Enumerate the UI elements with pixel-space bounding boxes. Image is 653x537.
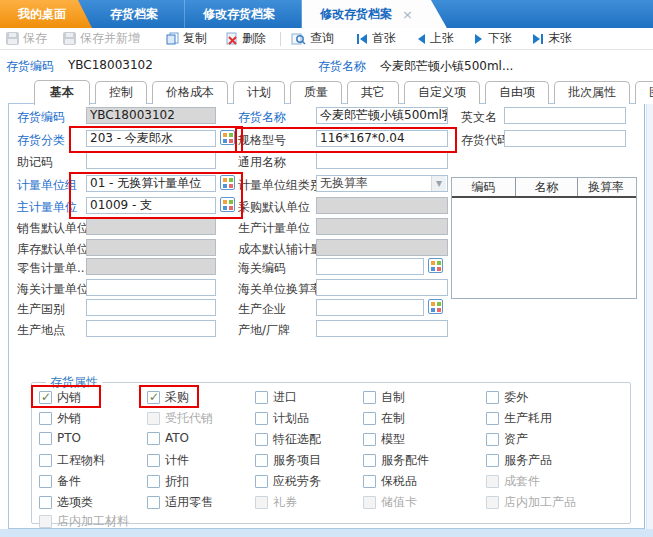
generic-name-input[interactable] bbox=[316, 152, 448, 169]
tab-plan[interactable]: 计划 bbox=[233, 81, 285, 104]
checkbox-icon[interactable] bbox=[255, 454, 268, 467]
mnemonic-input[interactable] bbox=[86, 152, 216, 169]
english-name-input[interactable] bbox=[504, 107, 626, 124]
production-country-input[interactable] bbox=[86, 299, 216, 316]
checkbox-retail-applicable[interactable]: 适用零售 bbox=[147, 494, 213, 511]
checkbox-option-class[interactable]: 选项类 bbox=[39, 494, 93, 511]
checkbox-spare-part[interactable]: 备件 bbox=[39, 473, 81, 490]
manufacturer-lookup-icon[interactable] bbox=[428, 299, 443, 314]
checkbox-self-made[interactable]: 自制 bbox=[363, 389, 405, 406]
checkbox-icon[interactable] bbox=[255, 391, 268, 404]
inventory-class-lookup-icon[interactable] bbox=[220, 130, 235, 145]
checkbox-icon[interactable] bbox=[255, 433, 268, 446]
unit-group-input[interactable]: 01 - 无换算计量单位 bbox=[86, 175, 216, 192]
production-place-input[interactable] bbox=[86, 320, 216, 337]
checkbox-icon[interactable] bbox=[147, 496, 160, 509]
customs-unit-input[interactable] bbox=[86, 279, 216, 296]
next-record-button[interactable]: 下张 bbox=[474, 30, 512, 47]
customs-conversion-input[interactable] bbox=[316, 279, 448, 296]
delete-button[interactable]: 删除 bbox=[225, 30, 266, 47]
checkbox-export-sale[interactable]: 外销 bbox=[39, 410, 81, 427]
checkbox-planned-item[interactable]: 计划品 bbox=[255, 410, 309, 427]
checkbox-icon[interactable] bbox=[39, 454, 52, 467]
prev-record-button[interactable]: 上张 bbox=[416, 30, 454, 47]
checkbox-icon[interactable] bbox=[255, 412, 268, 425]
checkbox-import[interactable]: 进口 bbox=[255, 389, 297, 406]
tab-my-desktop[interactable]: 我的桌面 bbox=[0, 0, 92, 28]
checkbox-icon[interactable] bbox=[39, 432, 52, 445]
checkbox-bonded-item[interactable]: 保税品 bbox=[363, 473, 417, 490]
tab-control[interactable]: 控制 bbox=[95, 81, 147, 104]
checkbox-model[interactable]: 模型 bbox=[363, 431, 405, 448]
tab-inventory-archive[interactable]: 存货档案 bbox=[92, 0, 185, 28]
spec-model-input[interactable]: 116*167*0.04 bbox=[316, 130, 448, 147]
copy-button[interactable]: 复制 bbox=[166, 30, 207, 47]
inventory-class-input[interactable]: 203 - 今麦郎水 bbox=[86, 130, 216, 147]
checkbox-icon[interactable] bbox=[363, 433, 376, 446]
checkbox-domestic-sale[interactable]: 内销 bbox=[39, 389, 81, 406]
main-unit-lookup-icon[interactable] bbox=[220, 197, 235, 212]
tab-picture[interactable]: 图片 bbox=[635, 81, 653, 104]
customs-code-lookup-icon[interactable] bbox=[428, 258, 443, 273]
origin-brand-label: 产地/厂牌 bbox=[238, 322, 290, 339]
inventory-name-input[interactable]: 今麦郎芒顿小镇500ml乳酸菌 bbox=[316, 107, 448, 124]
first-record-button[interactable]: 首张 bbox=[356, 30, 396, 47]
checkbox-icon[interactable] bbox=[39, 412, 52, 425]
tab-price-cost[interactable]: 价格成本 bbox=[152, 81, 228, 104]
main-unit-input[interactable]: 01009 - 支 bbox=[86, 197, 216, 214]
tab-custom-items[interactable]: 自定义项 bbox=[404, 81, 480, 104]
checkbox-icon[interactable] bbox=[363, 412, 376, 425]
tab-basic[interactable]: 基本 bbox=[34, 80, 90, 105]
last-record-button[interactable]: 末张 bbox=[532, 30, 572, 47]
query-button[interactable]: 查询 bbox=[291, 30, 334, 47]
checkbox-icon[interactable] bbox=[39, 475, 52, 488]
checkbox-pto[interactable]: PTO bbox=[39, 431, 81, 445]
checkbox-service-part[interactable]: 服务配件 bbox=[363, 452, 429, 469]
save-and-new-button[interactable]: 保存并新增 bbox=[63, 30, 140, 47]
checkbox-icon[interactable] bbox=[486, 391, 499, 404]
checkbox-production-consumed[interactable]: 生产耗用 bbox=[486, 410, 552, 427]
checkbox-icon[interactable] bbox=[147, 475, 160, 488]
unit-group-type-select[interactable]: 无换算率 bbox=[316, 175, 448, 192]
tab-other[interactable]: 其它 bbox=[347, 81, 399, 104]
tab-free-items[interactable]: 自由项 bbox=[485, 81, 549, 104]
manufacturer-input[interactable] bbox=[316, 299, 424, 316]
checkbox-icon[interactable] bbox=[39, 391, 52, 404]
checkbox-icon[interactable] bbox=[39, 496, 52, 509]
save-button[interactable]: 保存 bbox=[6, 30, 47, 47]
checkbox-service-product[interactable]: 服务产品 bbox=[486, 452, 552, 469]
checkbox-icon[interactable] bbox=[147, 454, 160, 467]
checkbox-discount[interactable]: 折扣 bbox=[147, 473, 189, 490]
checkbox-engineering-material[interactable]: 工程物料 bbox=[39, 452, 105, 469]
unit-group-lookup-icon[interactable] bbox=[220, 175, 235, 190]
checkbox-service-item[interactable]: 服务项目 bbox=[255, 452, 321, 469]
checkbox-icon[interactable] bbox=[363, 475, 376, 488]
checkbox-icon[interactable] bbox=[363, 391, 376, 404]
checkbox-icon[interactable] bbox=[255, 475, 268, 488]
checkbox-icon[interactable] bbox=[486, 433, 499, 446]
checkbox-feature-config[interactable]: 特征选配 bbox=[255, 431, 321, 448]
customs-code-input[interactable] bbox=[316, 258, 424, 275]
checkbox-asset[interactable]: 资产 bbox=[486, 431, 528, 448]
checkbox-icon[interactable] bbox=[147, 432, 160, 445]
tab-quality[interactable]: 质量 bbox=[290, 81, 342, 104]
checkbox-ato[interactable]: ATO bbox=[147, 431, 189, 445]
checkbox-taxable-service[interactable]: 应税劳务 bbox=[255, 473, 321, 490]
tab-modify-inventory-active[interactable]: 修改存货档案 × bbox=[302, 0, 447, 28]
checkbox-outsourced[interactable]: 委外 bbox=[486, 389, 528, 406]
checkbox-in-process[interactable]: 在制 bbox=[363, 410, 405, 427]
checkbox-icon[interactable] bbox=[147, 391, 160, 404]
inventory-alt-code-input[interactable] bbox=[504, 130, 626, 147]
checkbox-piecework[interactable]: 计件 bbox=[147, 452, 189, 469]
close-tab-icon[interactable]: × bbox=[402, 7, 413, 22]
tab-modify-inventory-1[interactable]: 修改存货档案 bbox=[185, 0, 302, 28]
vertical-scrollbar[interactable] bbox=[646, 103, 653, 529]
checkbox-icon[interactable] bbox=[486, 412, 499, 425]
tab-batch-attrs[interactable]: 批次属性 bbox=[554, 81, 630, 104]
checkbox-icon[interactable] bbox=[363, 454, 376, 467]
checkbox-icon[interactable] bbox=[486, 454, 499, 467]
unit-table-body[interactable] bbox=[452, 198, 636, 298]
checkbox-icon bbox=[39, 515, 52, 528]
origin-brand-input[interactable] bbox=[316, 320, 448, 337]
checkbox-purchase[interactable]: 采购 bbox=[147, 389, 189, 406]
